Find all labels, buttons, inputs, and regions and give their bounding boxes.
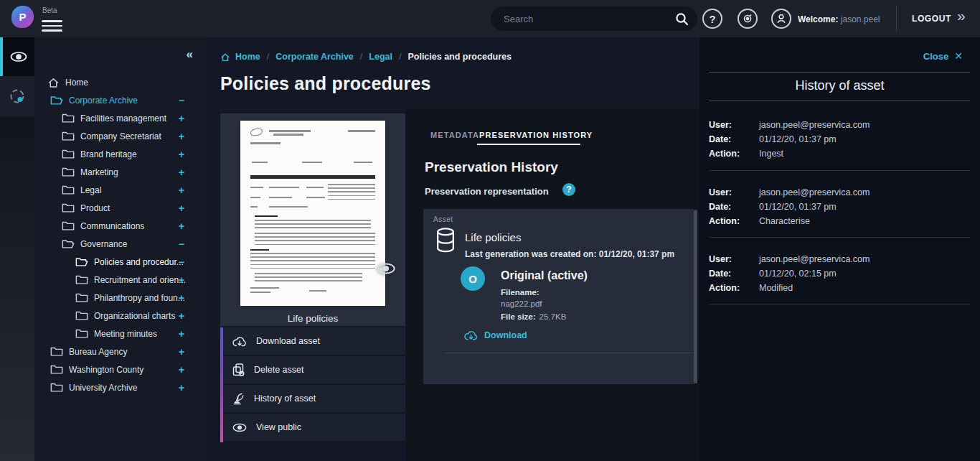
sidebar-item-meeting-minutes[interactable]: Meeting minutes + (34, 325, 206, 343)
folder-icon (75, 292, 88, 303)
main-content: Home / Corporate Archive / Legal / Polic… (206, 37, 699, 461)
expand-node-icon[interactable]: + (179, 149, 184, 160)
sidebar-item-policies-and-procedures[interactable]: Policies and procedur... − (34, 253, 206, 271)
entry-action: Ingest (759, 149, 783, 159)
folder-icon (62, 202, 75, 213)
expand-node-icon[interactable]: + (179, 364, 184, 376)
cloud-download-icon (232, 335, 248, 348)
search-input[interactable] (491, 14, 675, 24)
asset-version-title: Original (active) (501, 269, 588, 282)
sidebar-item-brand-heritage[interactable]: Brand heritage + (34, 145, 206, 163)
sidebar-item-recruitment-and-orientation[interactable]: Recruitment and orien... + (34, 271, 206, 289)
sidebar-item-home[interactable]: Home (34, 73, 206, 91)
entry-action: Modified (759, 283, 793, 293)
preview-eye-icon[interactable] (375, 261, 397, 276)
sidebar-collapse-icon[interactable]: « (187, 47, 192, 62)
search-icon[interactable] (675, 12, 689, 26)
history-entry: User:jason.peel@preservica.com Date:01/1… (709, 252, 970, 295)
entry-date: 01/12/20, 01:37 pm (759, 202, 837, 212)
original-badge: O (461, 266, 485, 291)
download-link[interactable]: Download (463, 330, 527, 341)
folder-icon (62, 113, 75, 124)
sidebar-item-facilities-management[interactable]: Facilities management + (34, 109, 206, 127)
filename-label: Filename: (501, 288, 540, 297)
sidebar-item-organizational-charts[interactable]: Organizational charts + (34, 307, 206, 325)
folder-icon (62, 167, 75, 177)
logout-chevron-icon[interactable]: » (957, 7, 966, 24)
sidebar-item-washington-county[interactable]: Washington County + (34, 360, 206, 378)
rail-insights-icon[interactable] (0, 76, 34, 116)
tab-metadata[interactable]: METADATA (430, 131, 479, 139)
view-public-button[interactable]: View public (223, 414, 405, 442)
collapse-node-icon[interactable]: − (179, 95, 184, 106)
expand-node-icon[interactable]: + (179, 167, 184, 178)
cloud-download-icon (463, 330, 479, 341)
expand-node-icon[interactable]: + (179, 274, 184, 286)
expand-node-icon[interactable]: + (179, 185, 184, 196)
help-icon[interactable]: ? (702, 9, 722, 29)
close-panel-button[interactable]: Close✕ (923, 50, 963, 62)
sidebar-item-corporate-archive[interactable]: Corporate Archive − (34, 91, 206, 109)
asset-title: Life policies (465, 231, 521, 243)
collapse-node-icon[interactable]: − (179, 238, 184, 250)
expand-node-icon[interactable]: + (179, 346, 184, 358)
breadcrumb-link-corporate-archive[interactable]: Corporate Archive (275, 52, 354, 62)
folder-icon (62, 149, 75, 159)
sidebar-item-legal[interactable]: Legal + (34, 181, 206, 199)
history-of-asset-panel: Close✕ History of asset User:jason.peel@… (699, 37, 980, 461)
sidebar-item-philanthropy-and-foundation[interactable]: Philanthropy and foun... + (34, 289, 206, 307)
thumbnail-caption: Life policies (220, 313, 405, 324)
expand-node-icon[interactable]: + (179, 131, 184, 142)
rail-explorer-eye-icon[interactable] (0, 37, 34, 76)
tab-preservation-history[interactable]: PRESERVATION HISTORY (479, 131, 593, 139)
sidebar-item-university-archive[interactable]: University Archive + (34, 378, 206, 396)
collapse-node-icon[interactable]: − (179, 256, 184, 268)
close-icon: ✕ (954, 50, 963, 62)
entry-date: 01/12/20, 01:37 pm (759, 134, 837, 144)
folder-icon (50, 364, 63, 375)
search-bar[interactable] (491, 6, 697, 31)
card-divider (445, 353, 694, 353)
folder-icon (50, 382, 63, 393)
preservica-logo-icon[interactable]: P (11, 6, 34, 28)
expand-node-icon[interactable]: + (179, 328, 184, 340)
sidebar-item-company-secretariat[interactable]: Company Secretariat + (34, 127, 206, 145)
expand-node-icon[interactable]: + (179, 310, 184, 322)
delete-asset-button[interactable]: Delete asset (223, 356, 405, 385)
vertical-scrollbar[interactable] (694, 210, 697, 383)
preservation-history-heading: Preservation History (425, 159, 558, 175)
sidebar-item-bureau-agency[interactable]: Bureau Agency + (34, 343, 206, 360)
entry-user: jason.peel@preservica.com (759, 187, 870, 197)
folder-icon (75, 274, 88, 285)
breadcrumb-home-icon[interactable] (220, 52, 230, 62)
history-of-asset-button[interactable]: History of asset (223, 385, 405, 414)
entry-action: Characterise (759, 216, 810, 226)
expand-node-icon[interactable]: + (179, 202, 184, 214)
expand-node-icon[interactable]: + (179, 113, 184, 124)
breadcrumb-current: Policies and procedures (407, 52, 512, 62)
hamburger-menu-icon[interactable] (42, 20, 62, 34)
sidebar: « Home Corporate Archive − Facilities ma… (34, 37, 206, 461)
filesize-row: File size:25.7KB (501, 312, 566, 321)
logout-button[interactable]: LOGOUT (912, 14, 951, 24)
download-asset-button[interactable]: Download asset (223, 327, 405, 356)
top-bar: P Beta ? Welcome: jason.peel LOGOUT » (0, 0, 980, 37)
document-thumbnail[interactable] (240, 121, 385, 306)
alerts-icon[interactable] (738, 9, 758, 29)
folder-icon (62, 220, 75, 231)
breadcrumb-link-home[interactable]: Home (235, 52, 260, 62)
expand-node-icon[interactable]: + (179, 292, 184, 304)
sidebar-item-marketing[interactable]: Marketing + (34, 163, 206, 181)
entry-divider (709, 170, 970, 171)
expand-node-icon[interactable]: + (179, 382, 184, 394)
sidebar-item-product[interactable]: Product + (34, 199, 206, 217)
entry-divider (709, 237, 970, 238)
account-icon[interactable] (771, 9, 791, 29)
expand-node-icon[interactable]: + (179, 220, 184, 232)
representation-help-icon[interactable]: ? (562, 183, 575, 196)
sidebar-item-communications[interactable]: Communications + (34, 217, 206, 235)
preservation-representation-label: Preservation representation (425, 186, 549, 197)
beta-badge: Beta (42, 6, 57, 14)
sidebar-item-governance[interactable]: Governance − (34, 235, 206, 253)
breadcrumb-link-legal[interactable]: Legal (369, 52, 392, 62)
